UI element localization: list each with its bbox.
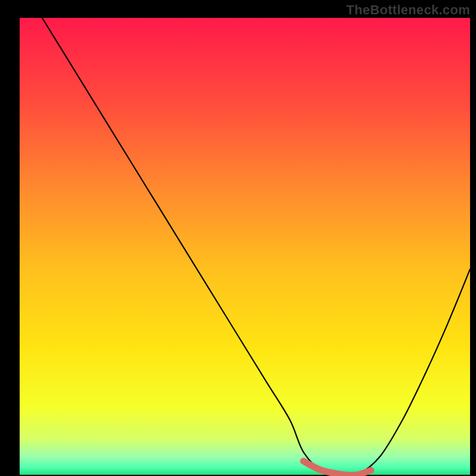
chart-frame: TheBottleneck.com [0,0,476,476]
plot-background [20,18,470,475]
bottleneck-chart [0,0,476,476]
watermark-text: TheBottleneck.com [346,2,470,18]
